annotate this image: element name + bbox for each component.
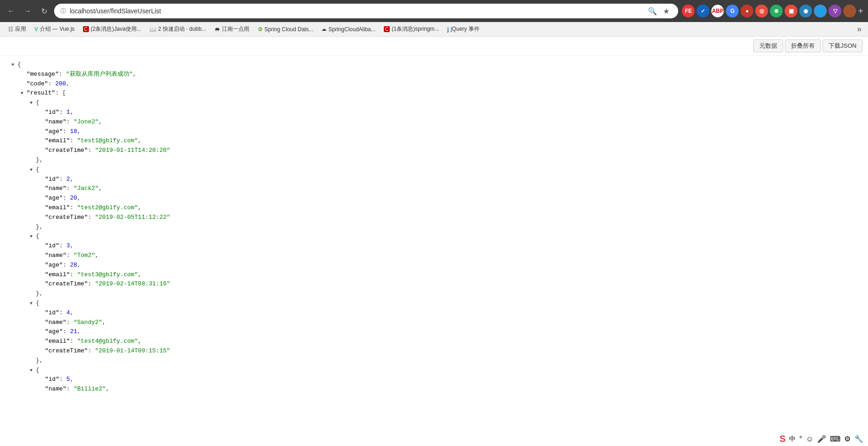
user4-close: }, bbox=[9, 356, 859, 366]
back-button[interactable]: ← bbox=[5, 5, 17, 17]
root-toggle[interactable]: ▼ bbox=[9, 61, 17, 69]
status-bar: S 中 ° ☺ 🎤 ⌨ ⚙ 🔧 bbox=[775, 432, 868, 435]
ext-tri[interactable]: ▽ bbox=[829, 5, 841, 17]
c2-icon: C bbox=[384, 26, 390, 32]
punctuation-icon[interactable]: ° bbox=[799, 435, 802, 436]
user4-createtime: "createTime": "2019-01-14T09:15:15" bbox=[9, 346, 859, 356]
user1-age: "age": 18, bbox=[9, 127, 859, 137]
user3-toggle[interactable]: ▼ bbox=[28, 233, 35, 240]
user3-age: "age": 28, bbox=[9, 261, 859, 270]
user1-email: "email": "test1@gblfy.com", bbox=[9, 136, 859, 146]
message-line: "message": "获取从库用户列表成功", bbox=[9, 70, 859, 79]
lock-icon: ⓘ bbox=[61, 7, 66, 15]
book-icon: 📖 bbox=[149, 26, 156, 33]
bookmark-spring2[interactable]: C (1条消息)springm... bbox=[380, 24, 443, 34]
reload-button[interactable]: ↻ bbox=[38, 5, 50, 17]
bookmark-jquery[interactable]: j jQuery 事件 bbox=[444, 24, 483, 34]
ext-r[interactable]: ◎ bbox=[755, 5, 768, 17]
user4-age: "age": 21, bbox=[9, 327, 859, 337]
ext-world[interactable]: 🌐 bbox=[814, 5, 827, 17]
user1-createtime: "createTime": "2019-01-11T14:20:20" bbox=[9, 146, 859, 156]
bookmark-spring2-label: (1条消息)springm... bbox=[392, 25, 439, 33]
profile-button[interactable] bbox=[843, 5, 856, 17]
json-content: ▼ { "message": "获取从库用户列表成功", "code": 200… bbox=[0, 56, 868, 435]
raw-data-button[interactable]: 元数据 bbox=[753, 39, 783, 52]
user2-close: }, bbox=[9, 223, 859, 232]
user5-name: "name": "Billie2", bbox=[9, 385, 859, 394]
user1-name: "name": "Jone2", bbox=[9, 117, 859, 127]
settings-icon[interactable]: ⚙ bbox=[844, 435, 851, 435]
user5-open: ▼ { bbox=[9, 366, 859, 375]
user2-createtime: "createTime": "2019-02-05T11:12:22" bbox=[9, 213, 859, 223]
user1-open: ▼ { bbox=[9, 98, 859, 108]
user2-open: ▼ { bbox=[9, 165, 859, 175]
user4-email: "email": "test4@gblfy.com", bbox=[9, 337, 859, 346]
user2-toggle[interactable]: ▼ bbox=[28, 167, 35, 174]
user3-close: }, bbox=[9, 289, 859, 299]
sogou-icon[interactable]: S bbox=[780, 434, 785, 435]
user2-name: "name": "Jack2", bbox=[9, 184, 859, 194]
user4-id: "id": 4, bbox=[9, 308, 859, 318]
user2-age: "age": 20, bbox=[9, 194, 859, 203]
result-toggle[interactable]: ▼ bbox=[18, 90, 26, 97]
vue-icon: V bbox=[34, 26, 38, 33]
ext-pdf[interactable]: ▣ bbox=[785, 5, 797, 17]
user4-open: ▼ { bbox=[9, 299, 859, 308]
bookmark-rain-label: 江南一点雨 bbox=[222, 25, 249, 33]
apps-icon: ☷ bbox=[8, 26, 13, 33]
bookmark-dubbo-label: 2 快速启动 · dubb... bbox=[158, 25, 206, 33]
aliba-icon: ☁ bbox=[321, 26, 326, 32]
root-open: ▼ { bbox=[9, 60, 859, 70]
bookmark-rain[interactable]: 🌧 江南一点雨 bbox=[211, 24, 253, 34]
bookmark-aliba[interactable]: ☁ SpringCloudAliba... bbox=[318, 25, 379, 34]
bookmark-spring-label: Spring Cloud Dals... bbox=[265, 26, 314, 33]
address-input[interactable] bbox=[70, 7, 643, 15]
ext-g[interactable]: G bbox=[726, 5, 739, 17]
bookmark-vue[interactable]: V 介绍 — Vue.js bbox=[31, 24, 78, 34]
ext-leaf[interactable]: ⊛ bbox=[770, 5, 783, 17]
user3-open: ▼ { bbox=[9, 232, 859, 241]
chinese-input-icon[interactable]: 中 bbox=[789, 435, 796, 436]
collapse-all-button[interactable]: 折叠所有 bbox=[785, 39, 821, 52]
emoji-icon[interactable]: ☺ bbox=[806, 435, 813, 436]
bookmark-spring[interactable]: ⚙ Spring Cloud Dals... bbox=[254, 25, 317, 34]
user1-close: }, bbox=[9, 156, 859, 165]
spring-icon: ⚙ bbox=[258, 26, 263, 33]
user2-id: "id": 2, bbox=[9, 175, 859, 184]
bookmark-apps[interactable]: ☷ 应用 bbox=[5, 24, 30, 34]
bookmark-dubbo[interactable]: 📖 2 快速启动 · dubb... bbox=[146, 24, 210, 34]
user3-createtime: "createTime": "2019-02-14T08:31:16" bbox=[9, 279, 859, 289]
ext-abp[interactable]: ABP bbox=[711, 5, 724, 17]
ext-blue[interactable]: ◉ bbox=[799, 5, 812, 17]
c-icon: C bbox=[83, 26, 89, 32]
download-json-button[interactable]: 下载JSON bbox=[823, 39, 862, 52]
user5-id: "id": 5, bbox=[9, 375, 859, 385]
jquery-icon: j bbox=[448, 26, 449, 33]
user1-toggle[interactable]: ▼ bbox=[28, 100, 35, 107]
bookmark-jquery-label: jQuery 事件 bbox=[451, 25, 480, 33]
user2-email: "email": "test2@gblfy.com", bbox=[9, 203, 859, 213]
forward-button[interactable]: → bbox=[21, 5, 34, 17]
user5-toggle[interactable]: ▼ bbox=[28, 367, 35, 374]
bookmark-aliba-label: SpringCloudAliba... bbox=[328, 26, 376, 33]
new-tab-button[interactable]: + bbox=[858, 6, 863, 17]
ext-o[interactable]: ● bbox=[741, 5, 753, 17]
keyboard-icon[interactable]: ⌨ bbox=[830, 435, 840, 435]
ext-fe[interactable]: FE bbox=[682, 5, 695, 17]
voice-icon[interactable]: 🎤 bbox=[817, 435, 826, 435]
user3-email: "email": "test3@gblfy.com", bbox=[9, 270, 859, 280]
browser-chrome: ← → ↻ ⓘ 🔍 ★ FE ✓ ABP G ● ◎ ⊛ ▣ ◉ 🌐 ▽ + bbox=[0, 0, 868, 22]
bookmarks-more[interactable]: » bbox=[855, 24, 863, 34]
bookmark-java-label: (2条消息)Java使用... bbox=[91, 25, 141, 33]
user3-name: "name": "Tom2", bbox=[9, 251, 859, 261]
search-icon-btn[interactable]: 🔍 bbox=[647, 6, 658, 17]
address-bar: ⓘ 🔍 ★ bbox=[54, 4, 678, 18]
bookmark-star-btn[interactable]: ★ bbox=[661, 6, 672, 17]
user4-toggle[interactable]: ▼ bbox=[28, 300, 35, 307]
bookmark-java[interactable]: C (2条消息)Java使用... bbox=[79, 24, 145, 34]
user3-id: "id": 3, bbox=[9, 241, 859, 251]
result-open: ▼ "result": [ bbox=[9, 89, 859, 98]
ext-check[interactable]: ✓ bbox=[697, 5, 709, 17]
tools-icon[interactable]: 🔧 bbox=[854, 435, 863, 435]
user4-name: "name": "Sandy2", bbox=[9, 318, 859, 328]
